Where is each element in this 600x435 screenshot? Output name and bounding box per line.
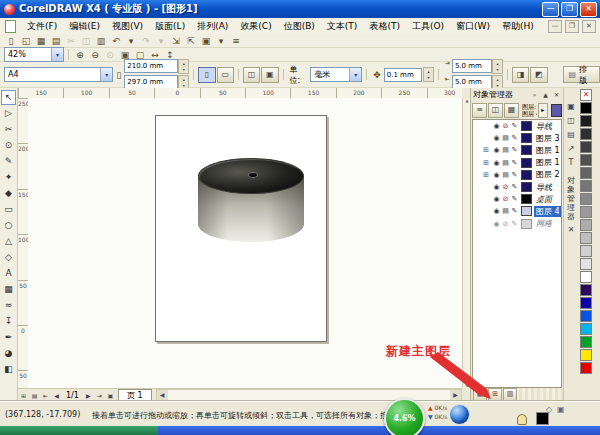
docker-tab-vertical-label[interactable]: 理 [567, 203, 575, 212]
toolbar-button[interactable]: ↷ [139, 35, 153, 47]
current-page-button[interactable]: ▣ [261, 67, 278, 83]
pen-icon[interactable]: ✎ [510, 171, 519, 179]
palette-swatch[interactable] [580, 232, 592, 244]
printer-icon[interactable]: ▤ [501, 171, 510, 179]
docker-toolbar-button[interactable]: ≡ [472, 103, 487, 118]
palette-swatch[interactable] [580, 102, 592, 114]
printer-icon[interactable]: ▤ [501, 146, 510, 154]
layer-color-icon[interactable] [521, 121, 532, 131]
docker-tab-vertical-label[interactable]: 象 [567, 185, 575, 194]
layer-color-icon[interactable] [521, 133, 532, 143]
toolbar-button[interactable]: ⇱ [184, 35, 198, 47]
layer-label[interactable]: 图层 1 [534, 157, 562, 168]
palette-swatch[interactable] [580, 115, 592, 127]
treat-as-filled-button[interactable]: ◩ [530, 67, 547, 83]
toolbar-button[interactable]: ◱ [19, 35, 33, 47]
pagenav-next-icon[interactable]: ▣ [105, 390, 116, 401]
layer-label[interactable]: 网格 [534, 218, 554, 229]
toolbar-button[interactable]: ▾ [214, 35, 228, 47]
nudge-stepper[interactable]: ▴▾ [423, 67, 434, 82]
tool-button[interactable]: ✂ [1, 122, 16, 137]
palette-swatch[interactable] [580, 219, 592, 231]
eye-icon[interactable]: ◉ [492, 220, 501, 228]
eye-icon[interactable]: ◉ [492, 183, 501, 191]
tool-button[interactable]: ✦ [1, 170, 16, 185]
tool-button[interactable]: ⊙ [1, 138, 16, 153]
docker-collapse-icon[interactable]: » [530, 91, 539, 98]
zoom-toolbar-button[interactable]: ⊖ [88, 49, 102, 61]
palette-swatch[interactable] [580, 128, 592, 140]
duplicate-y-field[interactable]: 5.0 mm [452, 75, 492, 89]
docker-tab-vertical-label[interactable]: 管 [567, 194, 575, 203]
speed-gauge-widget[interactable]: 4.6% [384, 398, 425, 435]
zoom-level-combo[interactable]: 42% ▾ [4, 47, 64, 62]
toolbar-button[interactable]: ↶ [109, 35, 123, 47]
duplicate-x-stepper[interactable]: ▴▾ [492, 59, 503, 74]
toolbar-button[interactable]: ▤ [49, 35, 63, 47]
menu-item[interactable]: 排列(A) [191, 20, 234, 33]
layer-label[interactable]: 图层 3 [534, 133, 562, 144]
palette-swatch[interactable] [580, 323, 592, 335]
docker-tab-icon[interactable]: ▤ [567, 130, 575, 144]
tool-button[interactable]: ✒ [1, 330, 16, 345]
snap-button[interactable]: ◨ [512, 67, 529, 83]
docker-tab-icon[interactable]: T [569, 158, 574, 172]
tray-window-icon[interactable]: ▣ [557, 405, 565, 414]
pen-icon[interactable]: ✎ [510, 146, 519, 154]
tool-button[interactable]: △ [1, 234, 16, 249]
palette-swatch[interactable] [580, 362, 592, 374]
pen-icon[interactable]: ✎ [510, 122, 519, 130]
layer-color-icon[interactable] [521, 158, 532, 168]
pagenav-prev-icon[interactable]: ⇤ [40, 390, 51, 401]
docker-tab-icon[interactable]: ↗ [568, 144, 575, 158]
toolbar-button[interactable]: ≡ [229, 35, 243, 47]
palette-swatch[interactable] [580, 310, 592, 322]
cylinder-top[interactable] [198, 158, 304, 194]
tool-button[interactable]: ▦ [1, 282, 16, 297]
duplicate-x-field[interactable]: 5.0 mm [452, 59, 492, 73]
layer-row[interactable]: ⊞ ◉ ▤ ✎ 图层 2 [473, 169, 561, 181]
page-width-field[interactable]: 210.0 mm [124, 59, 178, 73]
pen-icon[interactable]: ✎ [510, 183, 519, 191]
menu-item[interactable]: 效果(C) [234, 20, 277, 33]
toolbar-button[interactable]: ✂ [64, 35, 78, 47]
toolbar-button[interactable]: ◫ [79, 35, 93, 47]
docker-toolbar-button[interactable]: ◫ [488, 103, 503, 118]
layer-label[interactable]: 图层 2 [534, 169, 562, 180]
palette-swatch[interactable] [580, 154, 592, 166]
printer-icon[interactable]: ▤ [501, 134, 510, 142]
layer-row[interactable]: ◉ ⊘ ✎ 导线 [473, 181, 561, 193]
menu-item[interactable]: 视图(V) [106, 20, 149, 33]
tool-button[interactable]: ◧ [1, 362, 16, 377]
menu-item[interactable]: 窗口(W) [450, 20, 496, 33]
docker-bottom-button[interactable]: ▦ [473, 388, 487, 401]
all-pages-button[interactable]: ◫ [243, 67, 260, 83]
menu-item[interactable]: 位图(B) [278, 20, 321, 33]
eye-icon[interactable]: ◉ [492, 134, 501, 142]
toolbar-button[interactable]: ▯ [4, 35, 18, 47]
tab-close-icon[interactable]: ✕ [568, 225, 575, 239]
printer-icon[interactable]: ⊘ [501, 122, 510, 130]
layer-color-icon[interactable] [521, 206, 532, 216]
docker-close-icon[interactable]: ✕ [552, 91, 561, 98]
layer-label[interactable]: 图层 1 的副本 [534, 145, 562, 156]
layer-label[interactable]: 图层 4 [534, 206, 562, 217]
eye-icon[interactable]: ◉ [492, 146, 501, 154]
doc-restore-button[interactable]: ❐ [565, 20, 579, 33]
tool-button[interactable]: ○ [1, 218, 16, 233]
docker-bottom-button[interactable]: ▥ [503, 388, 517, 401]
palette-swatch[interactable] [580, 193, 592, 205]
pen-icon[interactable]: ✎ [510, 134, 519, 142]
docker-bottom-button[interactable]: ⊞ [488, 388, 502, 401]
docker-tab-icon[interactable]: ▣ [567, 102, 575, 116]
doc-minimize-button[interactable]: — [548, 20, 562, 33]
tool-button[interactable]: A [1, 266, 16, 281]
layer-color-icon[interactable] [521, 182, 532, 192]
nudge-field[interactable]: 0.1 mm [384, 68, 423, 82]
eye-icon[interactable]: ◉ [492, 195, 501, 203]
layout-button[interactable]: ▤ 排版 [563, 66, 600, 83]
tool-button[interactable]: ✎ [1, 154, 16, 169]
docker-rollup-icon[interactable]: ▲ [541, 91, 550, 98]
palette-swatch[interactable] [580, 284, 592, 296]
printer-icon[interactable]: ⊘ [501, 220, 510, 228]
